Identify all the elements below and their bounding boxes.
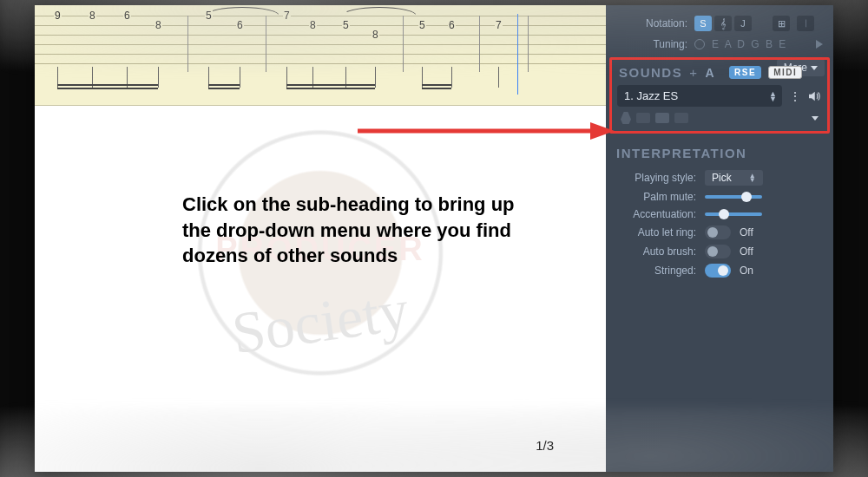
beam	[286, 88, 375, 89]
beam	[208, 84, 240, 86]
interpretation-title: INTERPRETATION	[616, 146, 746, 160]
playing-style-select[interactable]: Pick ▲▼	[705, 170, 763, 186]
note-stem	[375, 67, 376, 88]
notation-btn-1[interactable]: 𝄞	[714, 16, 732, 31]
auto-let-ring-state: Off	[740, 226, 753, 238]
tab-lines	[35, 16, 606, 73]
auto-brush-toggle[interactable]	[705, 245, 731, 258]
sounds-title: SOUNDS	[619, 65, 682, 80]
stringed-state: On	[740, 265, 753, 277]
stringed-label: Stringed:	[616, 265, 696, 277]
stringed-row: Stringed: On	[616, 261, 823, 280]
fret-number[interactable]: 5	[205, 10, 213, 21]
auto-brush-label: Auto brush:	[616, 245, 696, 258]
barline	[403, 16, 404, 72]
notation-label: Notation:	[616, 17, 687, 29]
accentuation-row: Accentuation:	[616, 206, 823, 223]
fret-number[interactable]: 8	[309, 20, 317, 30]
tie	[205, 7, 279, 16]
barline	[187, 16, 188, 72]
score-canvas[interactable]: 9868567858567 Click on the sub-heading t…	[35, 5, 606, 472]
guitar-body-icon[interactable]	[621, 112, 631, 124]
chevron-down-icon[interactable]	[812, 116, 819, 121]
accentuation-label: Accentuation:	[616, 208, 696, 220]
sounds-highlight-box: SOUNDS + A RSE MIDI 1. Jazz ES ▲▼ ⋮	[609, 57, 830, 134]
playing-style-value: Pick	[712, 172, 732, 184]
beam	[422, 84, 451, 86]
auto-brush-state: Off	[740, 245, 753, 258]
palm-mute-slider[interactable]	[705, 195, 762, 199]
accentuation-slider[interactable]	[705, 212, 762, 216]
play-tuning-icon[interactable]	[816, 40, 823, 49]
sound-dropdown[interactable]: 1. Jazz ES ▲▼	[617, 85, 782, 107]
tab-staff: 9868567858567	[35, 5, 606, 106]
notation-button-group: S 𝄞 J	[694, 16, 752, 31]
auto-let-ring-label: Auto let ring:	[616, 226, 696, 238]
sounds-section-header: SOUNDS + A RSE MIDI	[619, 65, 777, 80]
fret-number[interactable]: 8	[372, 29, 379, 40]
notation-btn-2[interactable]: J	[734, 16, 752, 31]
palm-mute-row: Palm mute:	[616, 188, 823, 206]
notation-row: Notation: S 𝄞 J ⊞ 𝄀	[615, 12, 825, 35]
stringed-toggle[interactable]	[705, 264, 731, 278]
fret-number[interactable]: 5	[342, 20, 350, 30]
beam	[422, 88, 451, 89]
amp-icon[interactable]	[655, 113, 669, 123]
auto-brush-row: Auto brush: Off	[616, 242, 823, 261]
note-stem	[158, 67, 159, 88]
tuning-value: E A D G B E	[712, 38, 787, 50]
app-window: 9868567858567 Click on the sub-heading t…	[35, 5, 833, 472]
sound-options-icon[interactable]: ⋮	[789, 90, 801, 102]
playhead-cursor	[517, 14, 518, 95]
fx-icon[interactable]	[674, 113, 688, 123]
fret-number[interactable]: 9	[54, 10, 62, 21]
interpretation-body: Playing style: Pick ▲▼ Palm mute: Accent…	[615, 166, 825, 280]
fret-number[interactable]: 8	[155, 20, 162, 30]
svg-marker-1	[590, 122, 615, 140]
barline	[479, 16, 480, 72]
layout-btn-0[interactable]: ⊞	[773, 16, 790, 31]
beam	[57, 84, 158, 86]
barline	[266, 16, 266, 72]
sound-variant-row	[617, 110, 822, 126]
auto-let-ring-row: Auto let ring: Off	[616, 223, 823, 242]
note-stem	[240, 67, 240, 88]
rse-pill[interactable]: RSE	[729, 66, 761, 79]
tuning-row: Tuning: E A D G B E	[615, 35, 825, 54]
add-sound-icon[interactable]: +	[689, 65, 698, 80]
inspector-sidebar: Notation: S 𝄞 J ⊞ 𝄀 Tuning: E A D G B E …	[606, 5, 833, 472]
notation-btn-0[interactable]: S	[694, 16, 712, 31]
fret-number[interactable]: 6	[448, 20, 456, 30]
beam	[286, 84, 375, 86]
fret-number[interactable]: 7	[283, 10, 291, 21]
fret-number[interactable]: 6	[236, 20, 244, 30]
fret-number[interactable]: 8	[89, 10, 96, 21]
interpretation-section-header: INTERPRETATION	[616, 146, 825, 160]
barline	[528, 16, 529, 72]
instruction-text: Click on the sub-heading to bring up the…	[182, 192, 529, 269]
fret-number[interactable]: 7	[495, 20, 503, 30]
layout-btn-1[interactable]: 𝄀	[797, 16, 814, 31]
playing-style-row: Playing style: Pick ▲▼	[616, 167, 823, 188]
sound-selected-label: 1. Jazz ES	[624, 89, 678, 102]
gear-icon[interactable]	[694, 39, 705, 49]
stepper-icon: ▲▼	[769, 91, 775, 101]
speaker-icon[interactable]	[806, 88, 822, 104]
note-stem	[451, 67, 452, 88]
annotation-arrow	[354, 120, 615, 142]
note-stem	[498, 67, 499, 88]
tuning-label: Tuning:	[616, 38, 687, 50]
beam	[208, 88, 240, 89]
stepper-icon: ▲▼	[749, 173, 756, 182]
sound-slot-a[interactable]: A	[705, 66, 715, 80]
page-indicator: 1/3	[536, 438, 554, 453]
pickup-icon[interactable]	[636, 113, 650, 123]
midi-pill[interactable]: MIDI	[768, 66, 802, 79]
fret-number[interactable]: 5	[418, 20, 426, 30]
palm-mute-label: Palm mute:	[616, 191, 696, 203]
playing-style-label: Playing style:	[616, 172, 696, 184]
beam	[57, 88, 158, 89]
fret-number[interactable]: 6	[123, 10, 131, 21]
auto-let-ring-toggle[interactable]	[705, 225, 731, 239]
tie	[342, 7, 417, 16]
